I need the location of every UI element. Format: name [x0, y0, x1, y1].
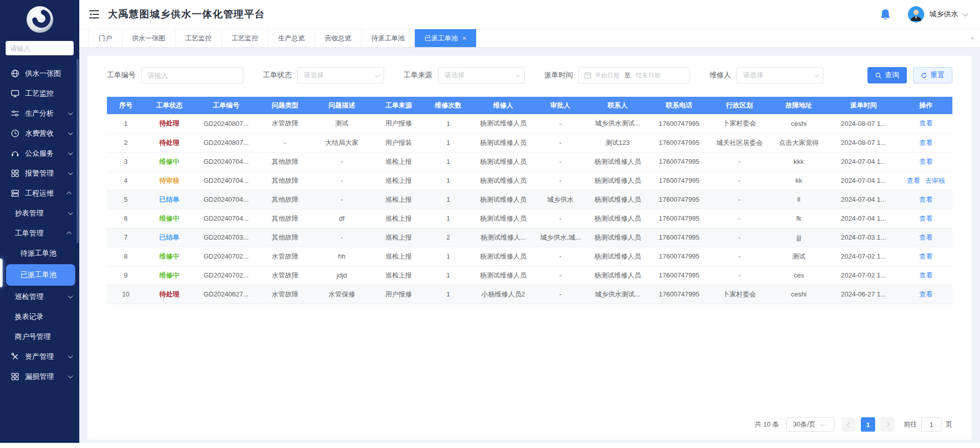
search-button[interactable]: 查询 — [867, 67, 907, 83]
sidebar-item-process-monitor[interactable]: 工艺监控 — [0, 83, 79, 103]
page-size-value: 30条/页 — [793, 420, 815, 429]
status-badge: 待处理 — [160, 290, 180, 298]
sidebar-item-meter-reading[interactable]: 抄表管理 — [0, 203, 79, 223]
cell-district: - — [708, 266, 770, 285]
cell-dispatch-time: 2024-07-02 1... — [828, 247, 900, 266]
tab-revenue-overview[interactable]: 营收总览 — [315, 29, 362, 47]
sidebar-item-meter-change[interactable]: 换表记录 — [0, 307, 79, 327]
chevron-down-icon — [68, 373, 73, 378]
tab-water-map[interactable]: 供水一张图 — [122, 29, 175, 47]
sidebar-item-work-order-mgmt[interactable]: 工单管理 — [0, 223, 79, 243]
cell-phone: 17600747995 — [650, 133, 708, 152]
dispatch-time-range-picker[interactable]: 开始日期 至 结束日期 — [578, 67, 690, 83]
column-header: 审批人 — [536, 97, 586, 114]
view-link[interactable]: 查看 — [919, 215, 932, 222]
sidebar-item-pending-pool[interactable]: 待派工单池 — [0, 243, 79, 263]
sidebar-item-production-analysis[interactable]: 生产分析 — [0, 103, 79, 123]
sidebar-search-input[interactable] — [6, 41, 74, 55]
sidebar-item-dispatched-pool[interactable]: 已派工单池 — [6, 264, 75, 286]
reset-button[interactable]: 重置 — [913, 67, 952, 83]
sidebar-item-label: 抄表管理 — [15, 209, 43, 218]
repairer-select[interactable]: 请选择 — [737, 67, 823, 83]
chevron-down-icon — [68, 150, 73, 155]
cell-approver: - — [536, 171, 586, 190]
cell-phone: 17600747995 — [650, 266, 708, 285]
tab-overflow-icon[interactable]: ▼ — [970, 29, 975, 47]
go-audit-link[interactable]: 去审核 — [925, 177, 945, 184]
cell-repair-count: 1 — [426, 114, 471, 133]
select-placeholder: 请选择 — [304, 71, 375, 80]
sidebar-scrollbar[interactable] — [77, 59, 79, 243]
page-1-button[interactable]: 1 — [861, 417, 875, 432]
table-row: 8维修中GD20240702...水管故障hh巡检上报1杨测试维修人员-杨测试维… — [107, 247, 952, 266]
sidebar-item-water-billing[interactable]: 水费营收 — [0, 123, 79, 143]
sidebar-item-asset[interactable]: 资产管理 — [0, 347, 79, 367]
order-no-input[interactable] — [141, 67, 243, 83]
avatar[interactable] — [908, 6, 924, 23]
cell-actions: 查看 — [900, 228, 952, 247]
tab-process-monitor-1[interactable]: 工艺监控 — [175, 29, 222, 47]
page-size-select[interactable]: 30条/页 — [786, 417, 834, 432]
tab-portal[interactable]: 门户 — [88, 29, 122, 47]
sidebar-item-alarm-mgmt[interactable]: 报警管理 — [0, 163, 79, 183]
cell-repair-count: 1 — [426, 171, 471, 190]
tab-production-overview[interactable]: 生产总览 — [269, 29, 315, 47]
cell-order-no: GD20240704... — [194, 209, 258, 228]
cell-contact: 杨测试维修人员 — [586, 228, 650, 247]
table-row: 6维修中GD20240704...其他故障df巡检上报1杨测试维修人员-杨测试维… — [107, 209, 952, 228]
cell-contact: 测试123 — [586, 133, 650, 152]
view-link[interactable]: 查看 — [919, 290, 932, 298]
cell-contact: 杨测试维修人员 — [586, 247, 650, 266]
order-source-select[interactable]: 请选择 — [438, 67, 525, 83]
tab-process-monitor-2[interactable]: 工艺监控 — [222, 29, 269, 47]
view-link[interactable]: 查看 — [919, 119, 932, 127]
cell-approver: - — [536, 266, 586, 285]
cell-source: 巡检上报 — [372, 266, 426, 285]
view-link[interactable]: 查看 — [907, 177, 920, 184]
headset-icon — [11, 149, 19, 158]
search-icon — [875, 72, 882, 79]
table-body: 1待处理GD20240807...水管故障测试用户报修1杨测试维修人员-城乡供水… — [107, 114, 952, 304]
sidebar-item-leakage[interactable]: 漏损管理 — [0, 367, 79, 387]
cell-address: kk — [770, 171, 828, 190]
sidebar-item-label: 待派工单池 — [20, 249, 56, 258]
sidebar-item-merchant[interactable]: 商户号管理 — [0, 327, 79, 347]
sidebar-item-ops[interactable]: 工程运维 — [0, 183, 79, 203]
order-no-label: 工单编号 — [107, 71, 136, 80]
content-area: 工单编号 工单状态 请选择 工单来源 请选择 — [79, 48, 980, 448]
view-link[interactable]: 查看 — [919, 196, 932, 203]
sidebar-item-label: 生产分析 — [25, 109, 54, 118]
chevron-down-icon[interactable] — [963, 11, 968, 16]
prev-page-button[interactable] — [841, 417, 856, 432]
cell-dispatch-time: 2024-07-04 1... — [828, 209, 900, 228]
view-link[interactable]: 查看 — [919, 139, 932, 146]
cell-district: 城关社区居委会 — [708, 133, 770, 152]
view-link[interactable]: 查看 — [919, 158, 932, 165]
sidebar-item-label: 水费营收 — [25, 129, 54, 138]
notification-bell-icon[interactable] — [880, 9, 890, 20]
goto-page-input[interactable] — [921, 417, 942, 432]
sidebar-item-water-map[interactable]: 供水一张图 — [0, 63, 79, 83]
menu-fold-icon[interactable] — [88, 9, 100, 19]
cell-repairer: 杨测试维修人员 — [471, 133, 536, 152]
table-row: 2待处理GD20240807...-大结局大家用户报装1杨测试维修人员-测试12… — [107, 133, 952, 152]
cell-status: 待处理 — [145, 285, 194, 304]
tab-dispatched-pool[interactable]: 已派工单池 × — [415, 29, 476, 47]
chevron-down-icon — [68, 353, 73, 358]
user-name[interactable]: 城乡供水 — [929, 10, 958, 19]
tab-pending-pool[interactable]: 待派工单池 — [362, 29, 415, 47]
cell-problem-desc: jdjd — [312, 266, 372, 285]
next-page-button[interactable] — [880, 417, 895, 432]
close-icon[interactable]: × — [462, 35, 466, 41]
cell-phone: 17600747995 — [650, 152, 708, 171]
order-status-select[interactable]: 请选择 — [297, 67, 384, 83]
view-link[interactable]: 查看 — [919, 233, 932, 241]
tab-label: 营收总览 — [325, 34, 351, 43]
view-link[interactable]: 查看 — [919, 271, 932, 279]
sidebar-item-public-service[interactable]: 公众服务 — [0, 143, 79, 163]
view-link[interactable]: 查看 — [919, 252, 932, 260]
sidebar-item-inspection[interactable]: 巡检管理 — [0, 287, 79, 307]
column-header: 序号 — [107, 97, 145, 114]
cell-dispatch-time: 2024-08-07 1... — [828, 114, 900, 133]
column-header: 工单状态 — [145, 97, 194, 114]
